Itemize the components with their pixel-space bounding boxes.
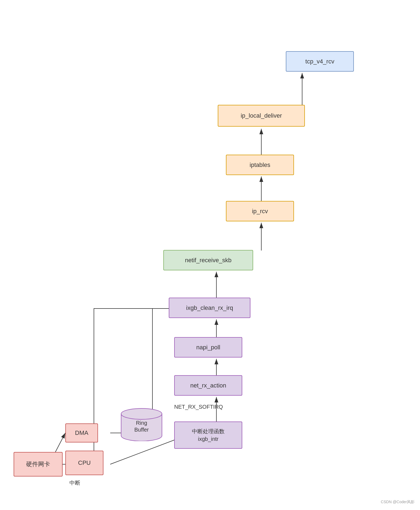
ixgb-clean-rx-irq-node: ixgb_clean_rx_irq — [169, 298, 250, 318]
napi-poll-node: napi_poll — [174, 337, 242, 358]
diagram-container: 硬件网卡 DMA CPU Ring Buffer 中断处理函数 ixgb_int… — [0, 0, 420, 510]
net-rx-action-node: net_rx_action — [174, 375, 242, 396]
ring-buffer-svg: Ring Buffer — [120, 406, 163, 441]
ip-rcv-node: ip_rcv — [226, 201, 294, 221]
dma-label: DMA — [75, 429, 88, 436]
zhongduan-handler-label2: ixgb_intr — [198, 435, 219, 443]
netif-receive-skb-node: netif_receive_skb — [163, 250, 253, 270]
ring-buffer-node: Ring Buffer — [120, 406, 163, 441]
iptables-node: iptables — [226, 155, 294, 175]
net-rx-action-label: net_rx_action — [190, 382, 226, 389]
napi-poll-label: napi_poll — [196, 344, 220, 351]
zhongduan-handler-label: 中断处理函数 — [192, 427, 225, 435]
net-rx-softirq-label: NET_RX_SOFTIRQ — [174, 404, 223, 410]
svg-text:Buffer: Buffer — [134, 427, 149, 433]
cpu-label: CPU — [78, 459, 91, 466]
net-rx-softirq-text: NET_RX_SOFTIRQ — [174, 404, 223, 410]
ixgb-clean-rx-irq-label: ixgb_clean_rx_irq — [186, 304, 233, 312]
tcp-v4-rcv-label: tcp_v4_rcv — [305, 58, 334, 65]
hardware-nic-label: 硬件网卡 — [26, 460, 50, 468]
zhongduan-text: 中断 — [69, 480, 80, 486]
watermark: CSDN @Coder风影 — [381, 500, 415, 505]
watermark-text: CSDN @Coder风影 — [381, 500, 415, 504]
netif-receive-skb-label: netif_receive_skb — [185, 257, 231, 264]
svg-text:Ring: Ring — [136, 420, 147, 426]
iptables-label: iptables — [250, 161, 270, 169]
zhongduan-handler-node: 中断处理函数 ixgb_intr — [174, 422, 242, 449]
ip-rcv-label: ip_rcv — [252, 208, 268, 215]
svg-point-17 — [121, 408, 162, 419]
zhongduan-label: 中断 — [69, 479, 80, 487]
hardware-nic-node: 硬件网卡 — [14, 452, 63, 477]
dma-node: DMA — [65, 423, 98, 442]
cpu-node: CPU — [65, 451, 103, 475]
ip-local-deliver-node: ip_local_deliver — [218, 105, 305, 127]
ip-local-deliver-label: ip_local_deliver — [241, 112, 282, 119]
tcp-v4-rcv-node: tcp_v4_rcv — [286, 51, 354, 72]
